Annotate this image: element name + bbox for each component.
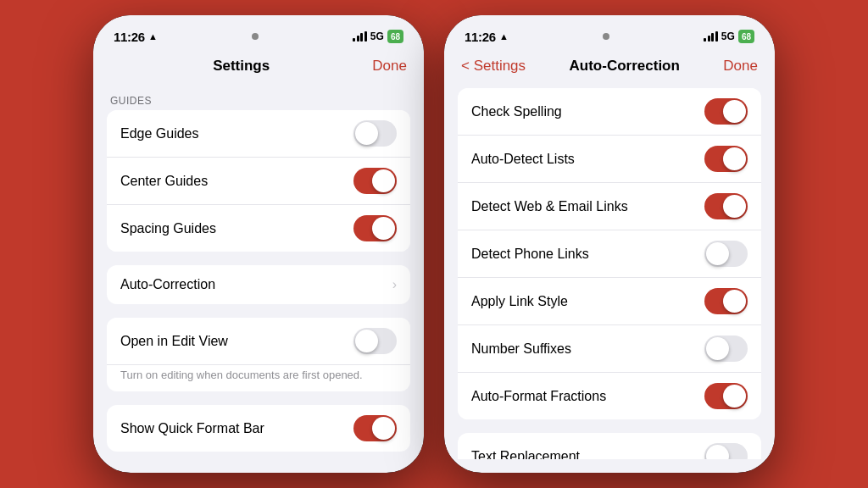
rbar1	[704, 38, 706, 42]
open-edit-hint: Turn on editing when documents are first…	[107, 365, 410, 391]
auto-format-fractions-knob	[723, 385, 746, 408]
spacing-guides-label: Spacing Guides	[120, 221, 216, 236]
quick-format-row: Show Quick Format Bar	[107, 405, 410, 452]
right-phone: 11:26 ▲ 5G 68 < Settings Auto-Correction…	[444, 15, 775, 473]
number-suffixes-toggle[interactable]	[704, 336, 748, 362]
open-edit-toggle[interactable]	[353, 328, 397, 354]
quick-format-toggle[interactable]	[353, 415, 397, 441]
text-replacement-label: Text Replacement	[471, 449, 580, 460]
detect-phone-links-toggle[interactable]	[704, 241, 748, 267]
text-replacement-toggle[interactable]	[704, 443, 748, 459]
right-nav-bar: < Settings Auto-Correction Done	[444, 53, 775, 81]
rbar3	[711, 33, 714, 42]
open-edit-row: Open in Edit View	[107, 318, 410, 365]
quick-format-label: Show Quick Format Bar	[120, 421, 264, 436]
left-time: 11:26	[114, 30, 145, 44]
auto-format-fractions-toggle[interactable]	[704, 383, 748, 409]
check-spelling-toggle[interactable]	[704, 98, 748, 125]
edit-view-group: Open in Edit View Turn on editing when d…	[107, 318, 410, 391]
right-location-icon: ▲	[499, 31, 509, 42]
auto-detect-lists-knob	[723, 147, 746, 170]
apply-link-style-label: Apply Link Style	[471, 294, 568, 309]
number-suffixes-row: Number Suffixes	[458, 325, 761, 373]
center-guides-row: Center Guides	[107, 158, 410, 205]
text-replacement-group: Text Replacement	[458, 433, 761, 459]
detect-web-email-toggle[interactable]	[704, 193, 748, 219]
check-spelling-label: Check Spelling	[471, 104, 562, 119]
check-spelling-knob	[723, 100, 746, 123]
edge-guides-label: Edge Guides	[120, 126, 199, 141]
left-signal-bars	[353, 31, 367, 42]
right-signal-bars	[704, 31, 718, 42]
center-guides-knob	[372, 169, 395, 192]
auto-detect-lists-label: Auto-Detect Lists	[471, 152, 575, 167]
left-done-button[interactable]: Done	[372, 58, 407, 75]
guides-group: Edge Guides Center Guides Spacing Guides	[107, 110, 410, 252]
spacing-guides-row: Spacing Guides	[107, 205, 410, 252]
right-status-icons: 5G 68	[704, 30, 754, 43]
left-screen-content: GUIDES Edge Guides Center Guides Spacing…	[93, 81, 424, 459]
left-nav-bar: Settings Done	[93, 53, 424, 81]
text-replacement-row: Text Replacement	[458, 433, 761, 459]
quick-format-group: Show Quick Format Bar	[107, 405, 410, 452]
auto-format-fractions-row: Auto-Format Fractions	[458, 373, 761, 419]
left-battery: 68	[387, 30, 403, 43]
guides-section-label: GUIDES	[110, 95, 407, 107]
left-screen: 11:26 ▲ 5G 68 Settings Done	[93, 15, 424, 473]
open-edit-label: Open in Edit View	[120, 334, 228, 349]
right-5g-label: 5G	[721, 30, 735, 42]
left-dot-icon	[252, 33, 259, 40]
rbar2	[708, 36, 710, 42]
spacing-guides-knob	[372, 217, 395, 240]
detect-web-email-knob	[723, 195, 746, 218]
right-nav-title: Auto-Correction	[570, 58, 680, 75]
autocorrection-label: Auto-Correction	[120, 277, 215, 292]
bar1	[353, 38, 355, 42]
quick-format-knob	[372, 417, 395, 440]
right-battery: 68	[738, 30, 754, 43]
center-guides-toggle[interactable]	[353, 168, 397, 194]
number-suffixes-label: Number Suffixes	[471, 341, 571, 357]
right-screen-content: Check Spelling Auto-Detect Lists Detect …	[444, 81, 775, 459]
auto-format-fractions-label: Auto-Format Fractions	[471, 389, 606, 404]
left-status-icons: 5G 68	[353, 30, 403, 43]
detect-phone-links-knob	[706, 242, 729, 265]
bar2	[357, 36, 359, 42]
autocorrection-row[interactable]: Auto-Correction ›	[107, 265, 410, 304]
left-nav-title: Settings	[213, 58, 270, 75]
edge-guides-row: Edge Guides	[107, 110, 410, 158]
detect-web-email-row: Detect Web & Email Links	[458, 183, 761, 230]
left-location-icon: ▲	[148, 31, 158, 42]
detect-phone-links-label: Detect Phone Links	[471, 247, 589, 262]
right-done-button[interactable]: Done	[723, 58, 758, 75]
left-5g-label: 5G	[370, 30, 384, 42]
edge-guides-toggle[interactable]	[353, 120, 397, 147]
spacing-guides-toggle[interactable]	[353, 215, 397, 241]
right-back-button[interactable]: < Settings	[461, 58, 526, 75]
bar4	[364, 31, 367, 42]
detect-web-email-label: Detect Web & Email Links	[471, 199, 628, 214]
right-screen: 11:26 ▲ 5G 68 < Settings Auto-Correction…	[444, 15, 775, 473]
apply-link-style-knob	[723, 290, 746, 313]
number-suffixes-knob	[706, 337, 729, 360]
left-phone: 11:26 ▲ 5G 68 Settings Done	[93, 15, 424, 473]
detect-phone-links-row: Detect Phone Links	[458, 230, 761, 278]
text-replacement-knob	[706, 445, 729, 459]
right-status-bar: 11:26 ▲ 5G 68	[444, 15, 775, 53]
check-spelling-row: Check Spelling	[458, 88, 761, 136]
bar3	[360, 33, 363, 42]
left-status-bar: 11:26 ▲ 5G 68	[93, 15, 424, 53]
right-dot-icon	[603, 33, 609, 40]
autocorrection-settings-group: Check Spelling Auto-Detect Lists Detect …	[458, 88, 761, 419]
center-guides-label: Center Guides	[120, 174, 208, 189]
apply-link-style-toggle[interactable]	[704, 288, 748, 314]
apply-link-style-row: Apply Link Style	[458, 278, 761, 325]
open-edit-knob	[355, 330, 378, 352]
right-time: 11:26	[465, 30, 496, 44]
rbar4	[715, 31, 718, 42]
autocorrection-chevron: ›	[392, 277, 397, 292]
edge-guides-knob	[355, 122, 378, 145]
auto-detect-lists-toggle[interactable]	[704, 146, 748, 172]
autocorrection-group: Auto-Correction ›	[107, 265, 410, 304]
auto-detect-lists-row: Auto-Detect Lists	[458, 136, 761, 183]
